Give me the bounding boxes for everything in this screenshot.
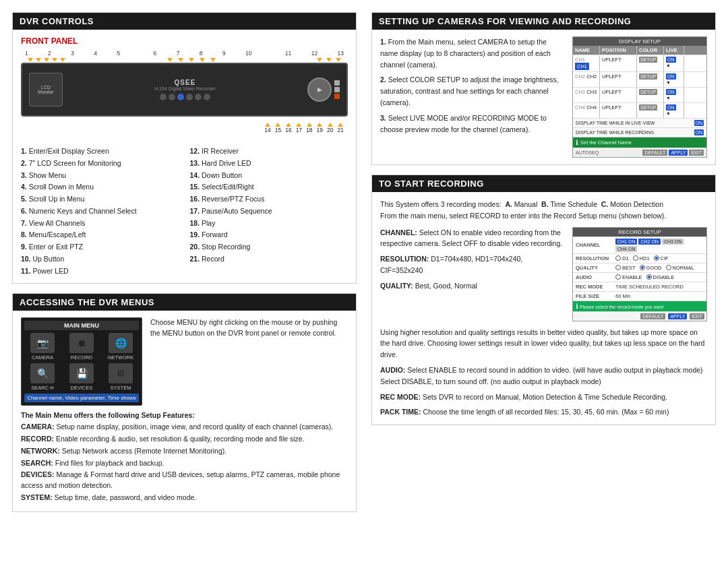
audio-disable: DISABLE (646, 274, 675, 280)
record-icon-box: ⏺ (69, 333, 94, 353)
list-item: 15. Select/Edit/Right (190, 182, 348, 193)
ds-header-position: POSITION (600, 46, 637, 55)
rs-resolution-radios: D1 HD1 CIF (615, 255, 669, 261)
ds-color-ch1: SETUP (637, 55, 664, 71)
camera-step-1: 1. From the Main menu, select CAMERA to … (380, 36, 564, 70)
camera-icon-label: CAMERA (32, 354, 53, 361)
ds-live-ch4: ON ▼ (664, 103, 684, 118)
rs-quality-radios: BEST GOOD NORMAL (615, 265, 694, 271)
res-d1-radio (615, 255, 621, 261)
res-hd1-radio (633, 255, 638, 261)
autoseq-btn[interactable]: AUTOSEQ (576, 150, 642, 155)
main-menu-screenshot: MAIN MENU 📷 CAMERA ⏺ RECORD (21, 317, 142, 406)
arrow-7 (178, 58, 183, 62)
qual-normal: NORMAL (666, 265, 694, 271)
default-btn[interactable]: DEFAULT (642, 150, 667, 156)
display-setup-headers: NAME POSITION COLOR LIVE (573, 46, 706, 55)
record-setup-screenshot: RECORD SETUP CHANNEL CH1 ON CH2 ON CH3 O… (572, 227, 707, 321)
res-cif-radio (654, 255, 659, 261)
right-column: SETTING UP CAMERAS FOR VIEWING AND RECOR… (371, 12, 716, 512)
accessing-menus-content: MAIN MENU 📷 CAMERA ⏺ RECORD (13, 311, 356, 511)
arrow-11 (317, 58, 322, 62)
dvr-controls-section: DVR CONTROLS FRONT PANEL 1 2 3 4 5 6 7 8 (12, 12, 357, 284)
search-icon-box: 🔍 (30, 363, 55, 383)
qual-best-radio (615, 265, 621, 270)
qual-best: BEST (615, 265, 636, 271)
resolution-text: RESOLUTION: D1=704x480, HD1=704x240, CIF… (380, 253, 564, 276)
ds-row-ch3: CH3 CH3 UPLEFT SETUP ON ▼ (573, 87, 706, 102)
arrow-13 (336, 58, 341, 62)
num-10: 10 (245, 50, 251, 57)
res-hd1: HD1 (633, 255, 650, 261)
list-item: 17. Pause/Auto Sequence (190, 206, 348, 217)
feature-camera: CAMERA: Setup name display, position, im… (21, 422, 348, 433)
system-icon-label: SYSTEM (111, 385, 131, 391)
ch1-on-chip: CH1 ON (615, 239, 637, 245)
rs-recmode-value: TIME SCHEDULED RECORD (615, 284, 684, 290)
menu-icon-camera: 📷 CAMERA (24, 333, 61, 361)
menu-icon-devices: 💾 DEVICES (63, 363, 100, 391)
rs-label-resolution: RESOLUTION (576, 255, 613, 261)
num-12: 12 (311, 50, 317, 57)
camera-setup-section: SETTING UP CAMERAS FOR VIEWING AND RECOR… (371, 12, 716, 165)
rs-label-channel: CHANNEL (576, 242, 613, 248)
ds-name-ch4: CH4 CH4 (573, 103, 600, 118)
audio-paragraph: AUDIO: Select ENABLE to record sound in … (380, 365, 707, 387)
num-8: 8 (200, 50, 203, 57)
ch4-off-chip: CH4 ON (615, 246, 637, 252)
dvr-device-image: LCDMonitor QSEE H.264 Digital Video Reco… (21, 63, 348, 117)
apply-btn[interactable]: APPLY (669, 150, 688, 156)
exit-btn[interactable]: EXIT (689, 150, 704, 156)
rs-label-quality: QUALITY (576, 265, 613, 271)
arrow-1 (28, 58, 33, 62)
list-item: 10. Up Button (21, 254, 179, 265)
camera-setup-content: 1. From the Main menu, select CAMERA to … (372, 30, 715, 164)
display-rec-label: DISPLAY TIME WHILE RECORDING (576, 130, 654, 135)
qual-good: GOOD (640, 265, 662, 271)
qual-normal-radio (666, 265, 671, 270)
audio-disable-radio (646, 274, 652, 280)
audio-enable-radio (615, 274, 621, 280)
rs-exit-btn[interactable]: EXIT (690, 313, 704, 319)
recording-body: CHANNEL: Select ON to enable video recor… (380, 227, 707, 321)
rs-label-recmode: REC MODE (576, 284, 613, 290)
list-item: 13. Hard Drive LED (190, 158, 348, 169)
ch2-on-chip: CH2 ON (638, 239, 660, 245)
list-item: 1. Enter/Exit Display Screen (21, 146, 179, 157)
list-item: 5. Scroll Up in Menu (21, 194, 179, 205)
menu-body-text: Choose MENU by right clicking on the mou… (150, 317, 348, 339)
menu-caption: Channel name, Video parameter, Time show… (24, 394, 139, 402)
ds-pos-ch4: UPLEFT (600, 103, 637, 118)
rs-filesize-value: 60 Min (615, 293, 631, 299)
display-setup-mock: DISPLAY SETUP NAME POSITION COLOR LIVE C… (572, 36, 707, 158)
feature-devices: DEVICES: Manage & Format hard drive and … (21, 470, 348, 491)
camera-setup-header: SETTING UP CAMERAS FOR VIEWING AND RECOR… (372, 13, 715, 30)
ds-row-ch4: CH4 CH4 UPLEFT SETUP ON ▼ (573, 102, 706, 118)
rs-apply-btn[interactable]: APPLY (668, 313, 687, 319)
rs-row-filesize: FILE SIZE 60 Min (573, 291, 706, 301)
rs-default-btn[interactable]: DEFAULT (640, 313, 665, 319)
network-icon-label: NETWORK (108, 354, 133, 361)
ds-row-ch2: CH2 CH2 UPLEFT SETUP ON ▼ (573, 71, 706, 87)
rs-row-audio: AUDIO ENABLE DISABLE (573, 272, 706, 282)
arrow-2 (36, 58, 41, 62)
front-panel-label: FRONT PANEL (21, 36, 348, 46)
dvr-controls-header: DVR CONTROLS (13, 13, 356, 30)
rs-row-resolution: RESOLUTION D1 HD1 (573, 253, 706, 263)
ds-name-ch3: CH3 CH3 (573, 88, 600, 102)
record-setup-mock: RECORD SETUP CHANNEL CH1 ON CH2 ON CH3 O… (572, 227, 707, 321)
num-4: 4 (94, 50, 97, 57)
arrow-4 (52, 58, 57, 62)
res-cif: CIF (654, 255, 669, 261)
menu-layout: MAIN MENU 📷 CAMERA ⏺ RECORD (21, 317, 348, 406)
arrow-9 (200, 58, 205, 62)
feature-system: SYSTEM: Setup time, date, password, and … (21, 493, 348, 503)
arrow-12 (326, 58, 332, 62)
rec-mode-paragraph: REC MODE: Sets DVR to record on Manual, … (380, 392, 707, 403)
main-menu-title: MAIN MENU (24, 321, 139, 330)
ds-color-ch4: SETUP (637, 103, 664, 118)
list-item: 11. Power LED (21, 266, 179, 277)
list-item: 6. Numeric Keys and Channel Select (21, 206, 179, 217)
dvr-controls-content: FRONT PANEL 1 2 3 4 5 6 7 8 9 10 (13, 30, 356, 283)
list-item: 7. View All Channels (21, 218, 179, 229)
